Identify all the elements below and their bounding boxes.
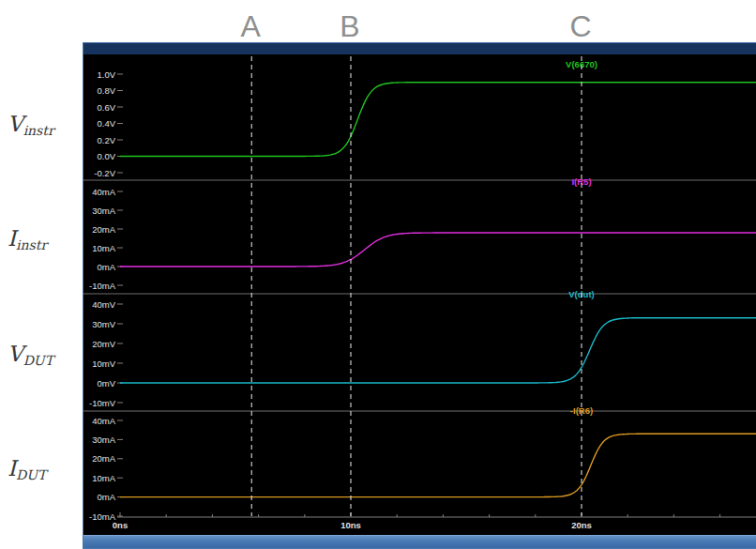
row-label-base: I [8,226,16,251]
svg-text:0.4V: 0.4V [97,118,115,129]
svg-text:-10mA: -10mA [89,281,116,291]
row-label-i-instr: Iinstr [8,226,81,251]
svg-text:10ns: 10ns [340,520,361,530]
svg-text:30mV: 30mV [92,319,115,329]
svg-text:20ns: 20ns [571,520,592,530]
svg-text:10mA: 10mA [92,473,115,483]
svg-text:10mV: 10mV [92,358,115,369]
svg-text:0.6V: 0.6V [97,102,115,113]
svg-text:10mA: 10mA [92,243,115,253]
svg-text:40mA: 40mA [92,416,115,426]
svg-text:0mA: 0mA [97,492,115,502]
cursor-label-b: B [340,9,359,44]
cursor-label-c: C [569,9,591,44]
window-top-bar [83,43,756,54]
screen: Vinstr Iinstr VDUT IDUT A B C 1.0V0.8V0.… [0,0,756,549]
svg-text:40mV: 40mV [92,299,115,310]
row-label-base: I [8,456,16,480]
svg-text:0ns: 0ns [113,520,128,530]
svg-text:0mV: 0mV [97,378,115,389]
row-label-sub: instr [23,123,54,138]
row-label-base: V [8,112,23,136]
row-label-v-instr: Vinstr [8,112,81,136]
row-label-sub: instr [16,237,47,252]
svg-text:20mV: 20mV [92,339,115,349]
cursor-label-a: A [241,9,261,44]
svg-text:20mA: 20mA [92,224,115,235]
row-label-sub: DUT [16,467,46,482]
svg-text:-0.2V: -0.2V [94,168,115,178]
svg-text:30mA: 30mA [92,206,115,216]
svg-text:0.0V: 0.0V [97,151,115,161]
svg-text:1.0V: 1.0V [97,69,115,80]
row-label-v-dut: VDUT [8,342,81,366]
waveform-window: 1.0V0.8V0.6V0.4V0.2V0.0V-0.2VV(6670)40mA… [83,42,756,549]
svg-text:0.8V: 0.8V [97,85,115,96]
svg-text:0mA: 0mA [97,262,115,272]
svg-text:0.2V: 0.2V [97,135,115,145]
row-label-i-dut: IDUT [8,456,81,480]
row-label-base: V [8,342,23,366]
window-scrollbar[interactable] [83,535,756,548]
svg-text:30mA: 30mA [92,435,115,445]
svg-text:-10mV: -10mV [89,398,116,408]
svg-text:40mA: 40mA [92,187,115,197]
waveform-plot[interactable]: 1.0V0.8V0.6V0.4V0.2V0.0V-0.2VV(6670)40mA… [83,54,756,537]
row-label-sub: DUT [23,353,53,368]
svg-text:20mA: 20mA [92,453,115,464]
